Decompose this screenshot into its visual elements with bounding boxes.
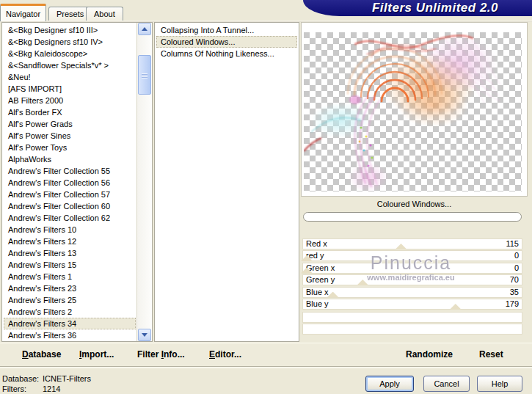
chevron-down-icon: [142, 333, 147, 337]
database-status-label: Database:: [2, 374, 40, 383]
list-item[interactable]: Andrew's Filters 2: [4, 306, 136, 318]
slider-thumb[interactable]: [395, 244, 407, 249]
randomize-button[interactable]: Randomize: [406, 349, 453, 360]
chevron-up-icon: [142, 27, 147, 31]
list-item[interactable]: Andrew's Filters 1: [4, 271, 136, 282]
selected-filter-name: Coloured Windows...: [301, 200, 528, 210]
import-button[interactable]: Import...: [79, 349, 114, 360]
slider-value: 179: [506, 299, 519, 309]
editor-button[interactable]: Editor...: [209, 349, 241, 360]
scrollbar-thumb[interactable]: [138, 55, 151, 95]
filter-info-button[interactable]: Filter Info...: [137, 349, 185, 360]
progress-bar: [303, 212, 522, 222]
app-title: Filters Unlimited 2.0: [337, 1, 498, 15]
list-item[interactable]: Alf's Power Toys: [4, 142, 136, 153]
list-item[interactable]: Andrew's Filter Collection 60: [4, 200, 136, 212]
slider-green-y[interactable]: Green y 70: [303, 275, 522, 285]
list-item[interactable]: Alf's Power Grads: [4, 118, 136, 130]
list-item[interactable]: [AFS IMPORT]: [4, 83, 136, 95]
list-item[interactable]: Columns Of Nothing Likeness...: [156, 48, 297, 59]
tab-about[interactable]: About: [86, 7, 123, 21]
slider-value: 0: [514, 251, 519, 260]
filter-list[interactable]: Collapsing Into A Tunnel...Coloured Wind…: [154, 22, 299, 342]
slider-empty-1: [303, 313, 522, 322]
list-item[interactable]: &<Bkg Designers sf10 IV>: [4, 36, 136, 48]
slider-thumb[interactable]: [357, 280, 368, 285]
list-item[interactable]: Andrew's Filter Collection 57: [4, 189, 136, 200]
apply-button[interactable]: Apply: [365, 376, 414, 392]
list-item[interactable]: Collapsing Into A Tunnel...: [156, 24, 297, 36]
slider-green-x[interactable]: Green x 0: [303, 263, 522, 273]
slider-thumb[interactable]: [327, 292, 339, 298]
scroll-down-button[interactable]: [138, 329, 151, 341]
slider-label: Blue y: [306, 299, 329, 309]
cancel-button[interactable]: Cancel: [423, 376, 470, 392]
list-item[interactable]: Andrew's Filter Collection 55: [4, 165, 136, 177]
slider-value: 35: [510, 288, 519, 297]
slider-red-y[interactable]: red y 0: [303, 251, 522, 260]
list-item[interactable]: Andrew's Filters 34: [4, 318, 136, 329]
database-status-value: ICNET-Filters: [43, 374, 91, 383]
category-list[interactable]: &<Bkg Designer sf10 III>&<Bkg Designers …: [1, 22, 153, 342]
slider-blue-y[interactable]: Blue y 179: [303, 299, 522, 309]
slider-label: Blue x: [306, 288, 329, 297]
preview-panel: [301, 22, 528, 197]
list-item[interactable]: &<Bkg Kaleidoscope>: [4, 48, 136, 59]
list-item[interactable]: Andrew's Filters 13: [4, 247, 136, 259]
list-item[interactable]: Andrew's Filters 25: [4, 294, 136, 306]
list-item[interactable]: Andrew's Filters 23: [4, 282, 136, 294]
slider-empty-2: [303, 324, 522, 334]
database-button[interactable]: Database: [22, 349, 61, 360]
help-button[interactable]: Help: [477, 376, 522, 392]
tab-navigator[interactable]: Navigator: [0, 4, 46, 21]
slider-value: 115: [506, 239, 519, 249]
list-item[interactable]: Andrew's Filters 10: [4, 224, 136, 236]
preview-image: [304, 32, 522, 191]
slider-thumb[interactable]: [450, 304, 462, 310]
scroll-up-button[interactable]: [138, 23, 151, 35]
list-item[interactable]: Coloured Windows...: [156, 36, 297, 48]
filters-status-value: 1214: [43, 384, 60, 393]
slider-blue-x[interactable]: Blue x 35: [303, 288, 522, 297]
list-item[interactable]: Alf's Border FX: [4, 106, 136, 118]
reset-button[interactable]: Reset: [479, 349, 503, 360]
slider-label: Green y: [306, 275, 335, 285]
slider-red-x[interactable]: Red x 115: [303, 239, 522, 249]
list-item[interactable]: Alf's Power Sines: [4, 130, 136, 142]
slider-label: Red x: [306, 239, 327, 249]
tab-about-label: About: [94, 10, 115, 18]
grip-icon: [142, 73, 147, 79]
tab-navigator-label: Navigator: [6, 10, 40, 18]
slider-value: 70: [510, 275, 519, 285]
toolbar: Database Import... Filter Info... Editor…: [0, 343, 532, 367]
tab-presets-label: Presets: [57, 10, 84, 18]
list-item[interactable]: &<Bkg Designer sf10 III>: [4, 24, 136, 36]
list-item[interactable]: Andrew's Filter Collection 56: [4, 177, 136, 189]
slider-value: 0: [514, 263, 519, 273]
list-item[interactable]: Andrew's Filters 36: [4, 329, 136, 341]
list-item[interactable]: Andrew's Filters 12: [4, 236, 136, 247]
list-item[interactable]: &Neu!: [4, 71, 136, 83]
list-item[interactable]: Andrew's Filters 15: [4, 259, 136, 271]
list-item[interactable]: &<Sandflower Specials*v* >: [4, 59, 136, 71]
list-item[interactable]: AB Filters 2000: [4, 95, 136, 106]
title-band: Filters Unlimited 2.0: [303, 0, 532, 16]
category-scrollbar[interactable]: [136, 23, 152, 341]
list-item[interactable]: Andrew's Filter Collection 62: [4, 212, 136, 224]
list-item[interactable]: AlphaWorks: [4, 153, 136, 165]
filters-status-label: Filters:: [2, 384, 40, 393]
